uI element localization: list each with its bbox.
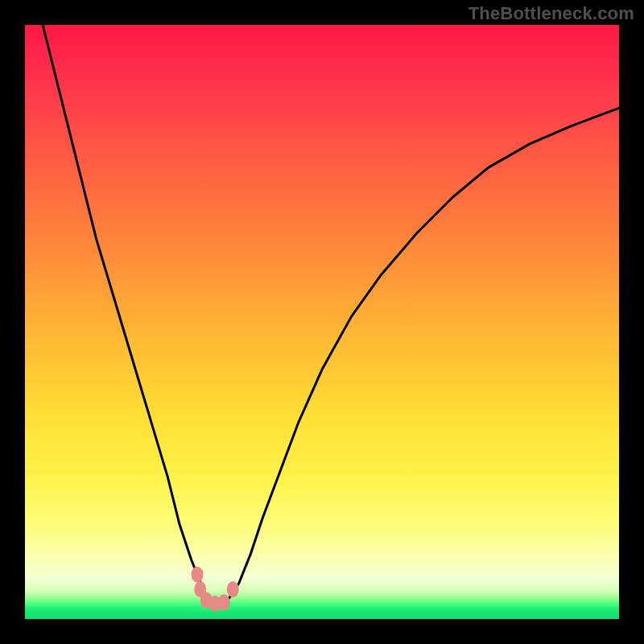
dot-left-upper xyxy=(192,567,204,583)
plot-area xyxy=(25,25,619,619)
chart-frame: TheBottleneck.com xyxy=(0,0,644,644)
curve-line xyxy=(43,25,619,605)
dot-right xyxy=(227,581,239,597)
bottleneck-curve xyxy=(43,25,619,605)
watermark-text: TheBottleneck.com xyxy=(469,3,634,24)
curve-markers xyxy=(192,567,239,612)
dot-bottom-3 xyxy=(218,594,230,610)
chart-svg xyxy=(25,25,619,619)
